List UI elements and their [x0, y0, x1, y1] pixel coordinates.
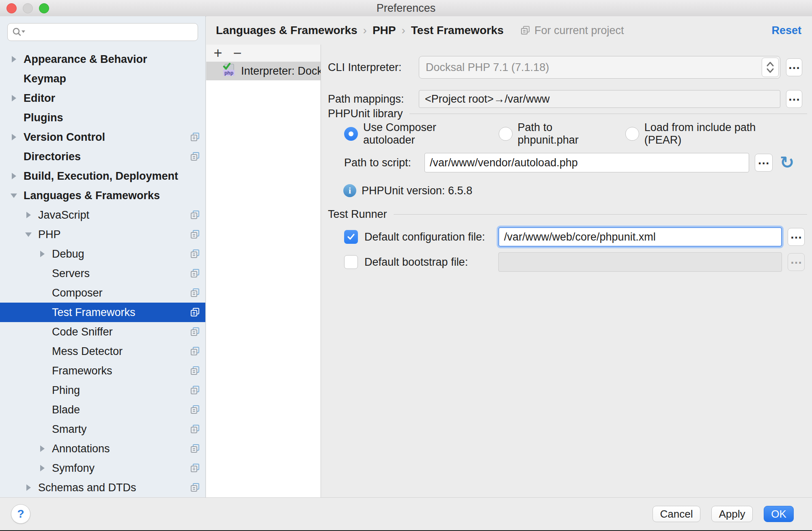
default-configuration-file-input[interactable]: [498, 227, 782, 247]
chevron-right-icon[interactable]: [11, 95, 17, 102]
override-icon: [190, 152, 200, 161]
sidebar-item-directories[interactable]: Directories: [0, 147, 205, 166]
sidebar-item-javascript[interactable]: JavaScript: [0, 205, 205, 225]
override-icon: [190, 288, 200, 298]
search-icon: [12, 27, 26, 37]
refresh-icon[interactable]: ↻: [780, 155, 794, 171]
radio-use-composer-autoloader[interactable]: Use Composer autoloader: [344, 121, 484, 146]
default-configuration-file-browse-button[interactable]: …: [788, 228, 805, 246]
sidebar-item-frameworks[interactable]: Frameworks: [0, 361, 205, 381]
path-to-script-browse-button[interactable]: …: [755, 154, 773, 172]
sidebar-item-phing[interactable]: Phing: [0, 381, 205, 400]
chevron-right-icon[interactable]: [11, 172, 17, 180]
sidebar-item-plugins[interactable]: Plugins: [0, 108, 205, 127]
breadcrumb-php[interactable]: PHP: [373, 24, 396, 37]
sidebar-item-mess-detector[interactable]: Mess Detector: [0, 342, 205, 361]
default-configuration-file-checkbox[interactable]: [344, 230, 358, 244]
sidebar-item-servers[interactable]: Servers: [0, 264, 205, 283]
search-field[interactable]: [7, 23, 198, 41]
sidebar-item-build-execution-deployment[interactable]: Build, Execution, Deployment: [0, 166, 205, 186]
default-bootstrap-file-checkbox[interactable]: [344, 255, 358, 269]
sidebar-item-languages-frameworks[interactable]: Languages & Frameworks: [0, 186, 205, 205]
settings-tree: Appearance & Behavior Keymap Editor Plug…: [0, 49, 205, 497]
sidebar-item-debug[interactable]: Debug: [0, 244, 205, 264]
chevron-right-icon[interactable]: [26, 211, 31, 219]
sidebar-item-smarty[interactable]: Smarty: [0, 419, 205, 439]
override-icon: [190, 346, 200, 356]
breadcrumb-test-frameworks[interactable]: Test Frameworks: [411, 24, 504, 37]
phpunit-version-row: i PHPUnit version: 6.5.8: [321, 183, 812, 198]
default-bootstrap-file-browse-button[interactable]: …: [788, 253, 805, 271]
chevron-down-icon[interactable]: [11, 192, 17, 199]
test-runner-title: Test Runner: [328, 208, 387, 221]
breadcrumb-languages-frameworks[interactable]: Languages & Frameworks: [216, 24, 358, 37]
default-bootstrap-file-row: Default bootstrap file: …: [321, 253, 812, 271]
remove-button[interactable]: −: [230, 45, 244, 61]
override-icon: [190, 269, 200, 278]
radio-unselected-icon[interactable]: [499, 127, 513, 141]
chevron-right-icon[interactable]: [26, 484, 31, 491]
sidebar-item-test-frameworks[interactable]: Test Frameworks: [0, 303, 205, 322]
scope-label: For current project: [534, 24, 624, 37]
sidebar-item-schemas-and-dtds[interactable]: Schemas and DTDs: [0, 478, 205, 497]
settings-sidebar: Appearance & Behavior Keymap Editor Plug…: [0, 16, 206, 497]
project-scope-icon: [521, 26, 530, 35]
default-configuration-file-label: Default configuration file:: [364, 231, 498, 243]
override-icon: [190, 366, 200, 376]
sidebar-item-appearance-behavior[interactable]: Appearance & Behavior: [0, 49, 205, 69]
chevron-down-icon[interactable]: [26, 231, 31, 238]
footer-buttons: Cancel Apply OK: [653, 506, 794, 522]
sidebar-item-annotations[interactable]: Annotations: [0, 439, 205, 458]
chevron-right-icon[interactable]: [40, 464, 45, 472]
default-bootstrap-file-input[interactable]: [498, 252, 782, 272]
path-to-script-input[interactable]: [424, 153, 749, 172]
cli-interpreter-value: Docksal PHP 7.1 (7.1.18): [426, 61, 549, 74]
php-icon: php: [221, 63, 238, 79]
dialog-footer: ? Cancel Apply OK: [0, 497, 812, 530]
search-input[interactable]: [28, 24, 194, 40]
default-bootstrap-file-label: Default bootstrap file:: [364, 256, 498, 269]
cli-interpreter-select[interactable]: Docksal PHP 7.1 (7.1.18): [419, 56, 780, 79]
radio-selected-icon[interactable]: [344, 127, 358, 141]
cli-interpreter-row: CLI Interpreter: Docksal PHP 7.1 (7.1.18…: [321, 56, 812, 79]
override-icon: [190, 132, 200, 142]
sidebar-item-code-sniffer[interactable]: Code Sniffer: [0, 322, 205, 342]
help-button[interactable]: ?: [11, 504, 30, 524]
chevron-right-icon[interactable]: [11, 56, 17, 63]
radio-unselected-icon[interactable]: [625, 127, 639, 141]
phpunit-version-text: PHPUnit version: 6.5.8: [362, 185, 472, 197]
reset-link[interactable]: Reset: [771, 24, 801, 37]
override-icon: [190, 444, 200, 454]
sidebar-item-symfony[interactable]: Symfony: [0, 458, 205, 478]
override-icon: [190, 405, 200, 415]
sidebar-item-version-control[interactable]: Version Control: [0, 127, 205, 147]
chevron-right-icon[interactable]: [11, 133, 17, 141]
stepper-icon[interactable]: [762, 58, 779, 77]
override-icon: [190, 327, 200, 337]
add-button[interactable]: +: [211, 45, 225, 61]
override-icon: [190, 385, 200, 395]
sidebar-item-keymap[interactable]: Keymap: [0, 69, 205, 88]
radio-path-to-phpunit-phar[interactable]: Path to phpunit.phar: [499, 121, 611, 146]
cancel-button[interactable]: Cancel: [653, 506, 700, 522]
chevron-right-icon[interactable]: [40, 445, 45, 452]
sidebar-item-blade[interactable]: Blade: [0, 400, 205, 419]
list-toolbar: + −: [206, 45, 321, 62]
sidebar-item-php[interactable]: PHP: [0, 225, 205, 244]
apply-button[interactable]: Apply: [711, 506, 753, 522]
path-mappings-browse-button[interactable]: …: [786, 90, 802, 108]
path-mappings-label: Path mappings:: [328, 93, 419, 105]
ok-button[interactable]: OK: [764, 506, 794, 522]
phpunit-library-options: Use Composer autoloader Path to phpunit.…: [321, 125, 812, 143]
radio-load-from-include-path[interactable]: Load from include path (PEAR): [625, 121, 788, 146]
override-icon: [190, 307, 200, 317]
sidebar-item-composer[interactable]: Composer: [0, 283, 205, 303]
chevron-right-icon[interactable]: [40, 250, 45, 258]
override-icon: [190, 483, 200, 492]
scope-indicator: For current project: [521, 24, 624, 37]
path-mappings-field[interactable]: <Project root>→/var/www: [419, 90, 780, 108]
sidebar-item-editor[interactable]: Editor: [0, 88, 205, 108]
cli-interpreter-browse-button[interactable]: …: [786, 58, 802, 76]
default-configuration-file-row: Default configuration file: …: [321, 226, 812, 247]
list-item-interpreter[interactable]: php Interpreter: Dock: [206, 62, 321, 80]
